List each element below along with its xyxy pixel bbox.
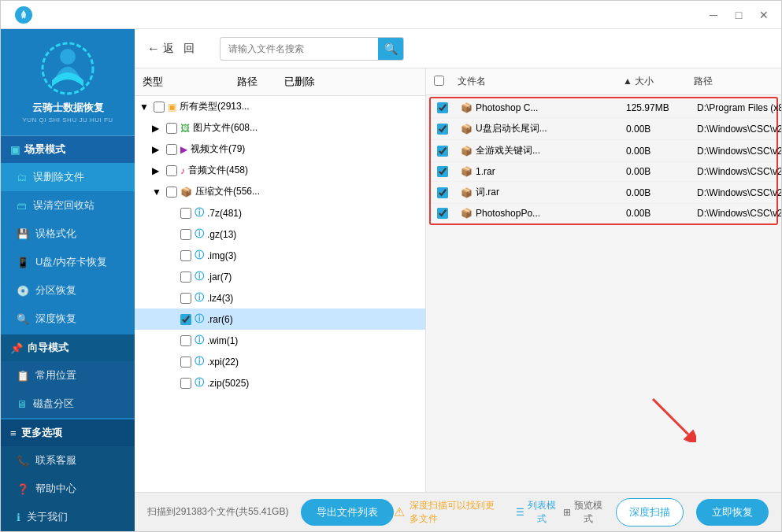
- tree-node-image[interactable]: ▶ 🖼 图片文件(608...: [135, 117, 425, 139]
- row4-size: 0.00B: [626, 187, 697, 198]
- tree-arrow-icon: ▶: [152, 123, 161, 134]
- preview-mode-button[interactable]: ⊞ 预览模式: [563, 499, 603, 526]
- tree-node-lz4[interactable]: ⓘ .lz4(3): [135, 287, 425, 308]
- row1-checkbox[interactable]: [437, 124, 448, 135]
- sidebar: 云骑士数据恢复 YUN QI SHI SHU JU HUI FU ▣ 场景模式 …: [1, 29, 135, 531]
- sidebar-item-help[interactable]: ❓ 帮助中心: [1, 475, 135, 503]
- sidebar-item-about[interactable]: ℹ 关于我们: [1, 503, 135, 531]
- sidebar-item-misdelete[interactable]: 🗂 误删除文件: [1, 163, 135, 191]
- tree-node-img[interactable]: ⓘ .img(3): [135, 245, 425, 266]
- deep-scan-button[interactable]: 深度扫描: [616, 498, 684, 526]
- search-input[interactable]: [221, 39, 378, 58]
- row4-path: D:\Windows\CSC\v2.0.6\namesp...: [697, 187, 781, 198]
- tree-node-gz[interactable]: ⓘ .gz(13): [135, 224, 425, 245]
- info-icon6: ⓘ: [195, 312, 204, 326]
- sidebar-item-common[interactable]: 📋 常用位置: [1, 361, 135, 390]
- tree-checkbox-image[interactable]: [166, 123, 177, 134]
- tree-node-audio[interactable]: ▶ ♪ 音频文件(458): [135, 160, 425, 181]
- scene-mode-icon: ▣: [10, 144, 20, 156]
- info-icon: ⓘ: [195, 206, 204, 220]
- back-button[interactable]: ← 返: [147, 42, 174, 56]
- tree-checkbox-zip[interactable]: [180, 378, 191, 389]
- bottom-right: ⚠ 深度扫描可以找到更多文件 ☰ 列表模式 ⊞ 预览模式: [394, 498, 769, 526]
- tree-checkbox-lz4[interactable]: [180, 293, 191, 304]
- tree-checkbox-7z[interactable]: [180, 208, 191, 219]
- row5-checkbox[interactable]: [437, 208, 448, 219]
- info-icon9: ⓘ: [195, 376, 204, 390]
- info-icon2: ⓘ: [195, 227, 204, 241]
- minimize-button[interactable]: ─: [702, 7, 725, 23]
- svg-line-4: [653, 399, 688, 434]
- row4-checkbox[interactable]: [437, 187, 448, 198]
- row3-checkbox[interactable]: [437, 166, 448, 177]
- tree-checkbox-jar[interactable]: [180, 272, 191, 283]
- tree-node-xpi[interactable]: ⓘ .xpi(22): [135, 351, 425, 372]
- view-mode-btns: ☰ 列表模式 ⊞ 预览模式: [516, 499, 603, 526]
- list-row-5[interactable]: 📦 PhotoshopPo... 0.00B D:\Windows\CSC\v2…: [431, 204, 776, 224]
- archive-file-icon2: 📦: [461, 124, 473, 135]
- tree-checkbox-all[interactable]: [154, 102, 165, 113]
- select-all-checkbox[interactable]: [434, 76, 444, 86]
- row2-name-text: 全游戏关键词...: [476, 144, 540, 157]
- sidebar-item-partition[interactable]: 💿 分区恢复: [1, 276, 135, 305]
- info-icon5: ⓘ: [195, 291, 204, 305]
- tree-checkbox-wim[interactable]: [180, 335, 191, 346]
- tree-node-zip[interactable]: ⓘ .zip(5025): [135, 372, 425, 393]
- archive-file-icon4: 📦: [461, 166, 473, 177]
- tree-label: .wim(1): [207, 335, 238, 346]
- diskpart-icon: 🖥: [17, 398, 27, 410]
- search-button[interactable]: 🔍: [378, 38, 403, 60]
- maximize-button[interactable]: □: [728, 7, 750, 23]
- file-tree: 类型 路径 已删除 ▼ ▣ 所有类型(2913...: [135, 68, 426, 492]
- list-row-1[interactable]: 📦 U盘启动长尾词... 0.00B D:\Windows\CSC\v2.0.6…: [431, 118, 776, 140]
- row3-path: D:\Windows\CSC\v2.0.6\namesp...: [697, 166, 781, 177]
- arrow-indicator: [649, 395, 696, 445]
- close-button[interactable]: ✕: [753, 7, 775, 23]
- export-button[interactable]: 导出文件列表: [301, 499, 394, 526]
- support-icon: 📞: [17, 455, 29, 467]
- col-path: 路径: [694, 75, 781, 88]
- list-row-0[interactable]: 📦 Photoshop C... 125.97MB D:\Program Fil…: [431, 98, 776, 118]
- row0-filename: 📦 Photoshop C...: [461, 102, 626, 113]
- sidebar-item-usb[interactable]: 📱 U盘/内存卡恢复: [1, 248, 135, 276]
- list-row-4[interactable]: 📦 词.rar 0.00B D:\Windows\CSC\v2.0.6\name…: [431, 182, 776, 204]
- sidebar-logo-text: 云骑士数据恢复: [9, 101, 127, 115]
- section3-header: ≡ 更多选项: [1, 419, 135, 446]
- tree-checkbox-audio[interactable]: [166, 165, 177, 176]
- logo-image: [40, 41, 95, 96]
- forward-button[interactable]: 回: [183, 42, 195, 56]
- row0-checkbox[interactable]: [437, 102, 448, 113]
- recover-button[interactable]: 立即恢复: [696, 499, 769, 526]
- list-mode-button[interactable]: ☰ 列表模式: [516, 499, 557, 526]
- sidebar-item-deep[interactable]: 🔍 深度恢复: [1, 305, 135, 333]
- row1-size: 0.00B: [626, 124, 697, 135]
- tree-col-path: 路径: [237, 75, 284, 89]
- tree-label: .jar(7): [207, 272, 232, 283]
- list-mode-icon: ☰: [516, 507, 524, 518]
- sidebar-item-support[interactable]: 📞 联系客服: [1, 446, 135, 475]
- more-options-icon: ≡: [10, 427, 17, 439]
- list-row-2[interactable]: 📦 全游戏关键词... 0.00B D:\Windows\CSC\v2.0.6\…: [431, 140, 776, 162]
- tree-checkbox-gz[interactable]: [180, 229, 191, 240]
- row2-checkbox[interactable]: [437, 146, 448, 157]
- tree-checkbox-xpi[interactable]: [180, 357, 191, 368]
- sidebar-item-diskpart[interactable]: 🖥 磁盘分区: [1, 390, 135, 418]
- sidebar-item-recyclebin[interactable]: 🗃 误清空回收站: [1, 191, 135, 220]
- tree-node-video[interactable]: ▶ ▶ 视频文件(79): [135, 139, 425, 160]
- tree-checkbox-video[interactable]: [166, 144, 177, 155]
- tree-node-jar[interactable]: ⓘ .jar(7): [135, 266, 425, 287]
- sidebar-item-misformat[interactable]: 💾 误格式化: [1, 220, 135, 248]
- tree-node-archive[interactable]: ▼ 📦 压缩文件(556...: [135, 181, 425, 202]
- tree-node-7z[interactable]: ⓘ .7z(481): [135, 202, 425, 224]
- tree-node-rar[interactable]: ⓘ .rar(6): [135, 308, 425, 330]
- tree-label: 视频文件(79): [191, 142, 245, 156]
- section1-header: ▣ 场景模式: [1, 136, 135, 163]
- tree-node-all[interactable]: ▼ ▣ 所有类型(2913...: [135, 96, 425, 117]
- section2-header: 📌 向导模式: [1, 334, 135, 361]
- tree-checkbox-rar[interactable]: [180, 314, 191, 325]
- col-checkbox: [434, 76, 458, 88]
- tree-checkbox-img[interactable]: [180, 250, 191, 261]
- tree-checkbox-archive[interactable]: [166, 187, 177, 198]
- list-row-3[interactable]: 📦 1.rar 0.00B D:\Windows\CSC\v2.0.6\name…: [431, 162, 776, 182]
- tree-node-wim[interactable]: ⓘ .wim(1): [135, 330, 425, 351]
